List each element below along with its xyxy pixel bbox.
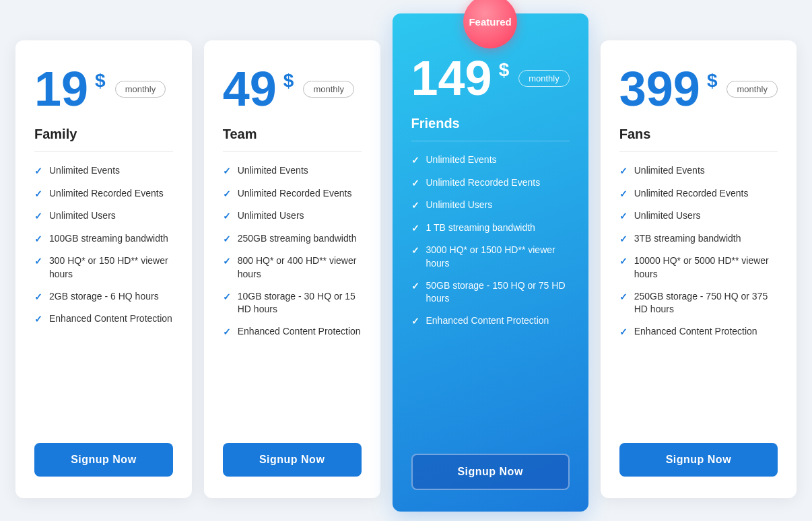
check-icon: ✓ [619, 188, 628, 201]
feature-text: Enhanced Content Protection [238, 325, 361, 339]
feature-text: Unlimited Users [426, 199, 493, 212]
check-icon: ✓ [223, 326, 231, 339]
check-icon: ✓ [223, 188, 231, 201]
price-row: 49 $ monthly [223, 65, 362, 113]
check-icon: ✓ [34, 188, 42, 201]
feature-text: Unlimited Events [238, 164, 308, 178]
feature-text: Unlimited Users [634, 209, 701, 223]
price-row: 399 $ monthly [619, 65, 778, 113]
feature-text: 1 TB streaming bandwidth [426, 221, 535, 235]
features-list: ✓ Unlimited Events ✓ Unlimited Recorded … [619, 164, 778, 424]
check-icon: ✓ [34, 210, 42, 223]
feature-item: ✓ 10000 HQ* or 5000 HD** viewer hours [619, 254, 778, 281]
feature-text: 800 HQ* or 400 HD** viewer hours [238, 254, 362, 281]
feature-text: Unlimited Events [634, 164, 705, 178]
check-icon: ✓ [223, 255, 231, 269]
feature-item: ✓ 250GB streaming bandwidth [223, 232, 362, 246]
feature-text: 100GB streaming bandwidth [49, 232, 168, 246]
billing-badge: monthly [518, 70, 570, 87]
feature-text: 250GB storage - 750 HQ or 375 HD hours [634, 290, 778, 316]
feature-text: Unlimited Users [49, 209, 116, 223]
feature-text: Unlimited Recorded Events [49, 187, 164, 201]
check-icon: ✓ [223, 233, 231, 246]
feature-text: 3000 HQ* or 1500 HD** viewer hours [426, 244, 570, 270]
price-number: 49 [223, 65, 277, 113]
feature-text: Unlimited Events [49, 164, 120, 178]
price-currency: $ [283, 70, 294, 92]
billing-badge: monthly [303, 81, 354, 98]
features-list: ✓ Unlimited Events ✓ Unlimited Recorded … [411, 153, 570, 435]
plan-name: Family [34, 127, 173, 142]
pricing-container: 19 $ monthly Family ✓ Unlimited Events ✓… [15, 13, 797, 512]
feature-item: ✓ Unlimited Recorded Events [223, 187, 362, 201]
check-icon: ✓ [619, 210, 628, 223]
divider [34, 151, 173, 152]
plan-name: Team [223, 127, 362, 142]
feature-item: ✓ Unlimited Users [619, 209, 778, 223]
features-list: ✓ Unlimited Events ✓ Unlimited Recorded … [34, 164, 173, 424]
plan-name: Friends [411, 116, 570, 131]
feature-text: Unlimited Events [426, 153, 497, 167]
divider [411, 141, 570, 141]
check-icon: ✓ [619, 165, 628, 178]
price-row: 19 $ monthly [34, 65, 173, 113]
feature-text: 10000 HQ* or 5000 HD** viewer hours [634, 254, 778, 281]
feature-text: Enhanced Content Protection [634, 325, 757, 339]
feature-item: ✓ Enhanced Content Protection [411, 314, 570, 328]
feature-text: 50GB storage - 150 HQ or 75 HD hours [426, 279, 570, 306]
signup-button[interactable]: Signup Now [223, 443, 362, 477]
check-icon: ✓ [34, 233, 42, 246]
check-icon: ✓ [619, 255, 628, 269]
price-number: 399 [619, 65, 700, 113]
check-icon: ✓ [223, 210, 231, 223]
feature-text: 300 HQ* or 150 HD** viewer hours [49, 254, 173, 281]
feature-item: ✓ Unlimited Users [411, 199, 570, 213]
price-number: 149 [411, 54, 492, 102]
price-currency: $ [499, 59, 510, 81]
check-icon: ✓ [411, 280, 419, 293]
check-icon: ✓ [411, 244, 419, 258]
plan-name: Fans [619, 127, 778, 142]
feature-item: ✓ Unlimited Users [34, 209, 173, 223]
feature-item: ✓ 50GB storage - 150 HQ or 75 HD hours [411, 279, 570, 306]
pricing-card-team: 49 $ monthly Team ✓ Unlimited Events ✓ U… [204, 40, 380, 498]
features-list: ✓ Unlimited Events ✓ Unlimited Recorded … [223, 164, 362, 424]
check-icon: ✓ [34, 165, 42, 178]
signup-button[interactable]: Signup Now [619, 443, 778, 477]
check-icon: ✓ [411, 154, 419, 168]
feature-item: ✓ 1 TB streaming bandwidth [411, 221, 570, 236]
feature-text: 250GB streaming bandwidth [238, 232, 357, 246]
feature-item: ✓ 250GB storage - 750 HQ or 375 HD hours [619, 290, 778, 316]
price-currency: $ [707, 70, 718, 92]
signup-button[interactable]: Signup Now [34, 443, 173, 477]
feature-text: Unlimited Recorded Events [426, 176, 541, 190]
feature-item: ✓ 3000 HQ* or 1500 HD** viewer hours [411, 244, 570, 270]
feature-text: Enhanced Content Protection [426, 314, 549, 328]
check-icon: ✓ [34, 255, 42, 269]
price-row: 149 $ monthly [411, 54, 570, 102]
feature-text: 3TB streaming bandwidth [634, 232, 741, 246]
check-icon: ✓ [411, 222, 419, 236]
billing-badge: monthly [115, 81, 166, 98]
feature-text: Unlimited Recorded Events [634, 187, 749, 201]
feature-item: ✓ 800 HQ* or 400 HD** viewer hours [223, 254, 362, 281]
signup-button[interactable]: Signup Now [411, 454, 570, 490]
price-currency: $ [95, 70, 106, 92]
check-icon: ✓ [223, 291, 231, 304]
check-icon: ✓ [411, 315, 419, 328]
price-number: 19 [34, 65, 88, 113]
feature-item: ✓ Unlimited Events [34, 164, 173, 178]
divider [223, 151, 362, 152]
feature-item: ✓ Unlimited Recorded Events [619, 187, 778, 201]
check-icon: ✓ [619, 291, 628, 304]
featured-badge: Featured [463, 0, 517, 48]
feature-item: ✓ 100GB streaming bandwidth [34, 232, 173, 246]
divider [619, 151, 778, 152]
feature-item: ✓ Enhanced Content Protection [223, 325, 362, 339]
pricing-card-family: 19 $ monthly Family ✓ Unlimited Events ✓… [15, 40, 192, 498]
pricing-card-fans: 399 $ monthly Fans ✓ Unlimited Events ✓ … [601, 40, 797, 498]
feature-item: ✓ Unlimited Recorded Events [411, 176, 570, 190]
check-icon: ✓ [411, 199, 419, 213]
feature-item: ✓ 10GB storage - 30 HQ or 15 HD hours [223, 290, 362, 316]
feature-item: ✓ Unlimited Recorded Events [34, 187, 173, 201]
